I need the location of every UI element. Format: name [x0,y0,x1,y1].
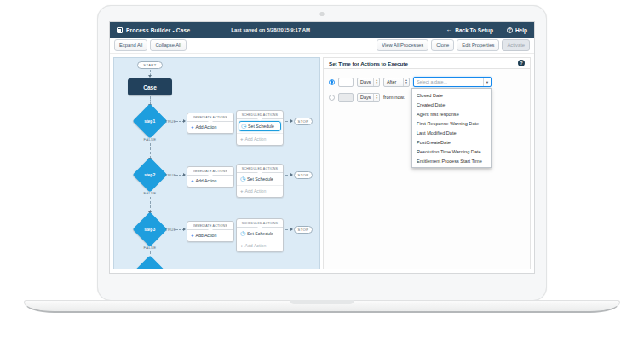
webcam-icon [320,12,325,16]
panel-help-icon[interactable]: ? [518,60,525,66]
true-label: TRUE [165,228,176,232]
select-arrows-icon: ▲▼ [403,78,409,86]
scheduled-actions-header: SCHEDULED ACTIONS [237,219,283,228]
connector [285,175,292,176]
clock-icon: ◷ [241,124,246,129]
toolbar: Expand All Collapse All View All Process… [110,38,534,54]
dropdown-option[interactable]: Closed Date [412,90,491,100]
dropdown-option[interactable]: Agent first response [412,109,491,118]
days-count-input[interactable] [338,78,354,87]
add-action-button-disabled[interactable]: + Add Action [237,133,283,145]
decision-node-next[interactable] [132,255,167,269]
edit-properties-button[interactable]: Edit Properties [457,39,499,51]
true-label: TRUE [165,119,176,124]
connector [175,121,185,122]
set-schedule-button[interactable]: ◷ Set Schedule [239,175,281,183]
clock-icon: ◷ [240,231,245,236]
activate-button[interactable]: Activate [502,39,530,51]
plus-icon: + [240,189,244,194]
decision-node-step3[interactable]: step3 [132,211,167,246]
main-area: START Case step1 TRUE IMMEDIATE ACTIONS [110,54,534,273]
help-icon: ? [507,27,513,33]
decision-node-step2[interactable]: step2 [132,157,167,192]
direction-select[interactable]: After ▲▼ [383,78,410,87]
false-label: FALSE [144,246,157,250]
unit-select-2[interactable]: Days ▲▼ [357,93,380,102]
scheduled-actions-header: SCHEDULED ACTIONS [237,111,283,119]
decision-node-step1[interactable]: step1 [132,103,167,138]
dropdown-option[interactable]: Created Date [412,100,491,109]
arrowhead-icon [290,228,293,231]
clone-button[interactable]: Clone [431,39,454,51]
plus-icon: + [191,234,194,238]
date-field-dropdown: Closed Date Created Date Agent first res… [411,88,492,168]
stop-node: STOP [294,226,313,234]
connector [175,229,185,230]
schedule-panel: Set Time for Actions to Execute ? Days ▲… [323,57,531,269]
add-action-button-disabled[interactable]: + Add Action [237,185,283,197]
connector [150,143,151,159]
true-label: TRUE [165,173,176,177]
laptop-base [24,300,620,313]
dropdown-option[interactable]: PostCreateDate [412,137,491,147]
scheduled-actions-header: SCHEDULED ACTIONS [237,165,283,173]
days-count-input-disabled[interactable] [338,93,354,102]
collapse-all-button[interactable]: Collapse All [150,39,186,51]
immediate-actions-group: IMMEDIATE ACTIONS + Add Action [187,166,234,188]
app-title: Process Builder - Case [126,27,190,33]
plus-icon: + [240,137,244,142]
panel-body: Days ▲▼ After ▲▼ Select a date... ▼ [324,69,530,115]
back-to-setup-link[interactable]: ← Back To Setup [446,27,493,33]
arrowhead-icon [183,228,186,231]
unit-select[interactable]: Days ▲▼ [357,78,380,87]
radio-from-now[interactable] [329,95,335,101]
caret-down-icon: ▼ [483,78,491,86]
view-all-processes-button[interactable]: View All Processes [377,39,428,51]
connector [150,197,151,212]
connector [285,229,292,230]
app-header: Process Builder - Case Last saved on 5/2… [110,22,534,38]
process-builder-icon [117,27,123,33]
panel-title: Set Time for Actions to Execute [329,61,408,66]
set-schedule-button[interactable]: ◷ Set Schedule [239,229,281,238]
date-field-combobox[interactable]: Select a date... ▼ [413,77,492,87]
stop-node: STOP [294,171,313,179]
scheduled-actions-group: SCHEDULED ACTIONS ◷ Set Schedule + Add A… [236,110,284,146]
scheduled-actions-group: SCHEDULED ACTIONS ◷ Set Schedule + Add A… [236,218,284,252]
immediate-actions-group: IMMEDIATE ACTIONS + Add Action [187,221,234,242]
dropdown-option[interactable]: Last Modified Date [412,128,491,137]
dropdown-option[interactable]: First Response Warning Date [412,118,491,128]
arrowhead-icon [183,173,186,176]
expand-all-button[interactable]: Expand All [114,39,147,51]
dropdown-option[interactable]: Entitlement Process Start Time [412,156,491,165]
plus-icon: + [191,125,194,130]
add-action-button-disabled[interactable]: + Add Action [237,240,283,251]
panel-header: Set Time for Actions to Execute ? [324,58,530,69]
select-arrows-icon: ▲▼ [373,94,379,101]
immediate-actions-header: IMMEDIATE ACTIONS [187,167,233,176]
arrowhead-icon [290,173,293,176]
arrowhead-icon [148,75,152,78]
radio-after-date[interactable] [329,79,335,85]
plus-icon: + [191,179,194,183]
immediate-actions-group: IMMEDIATE ACTIONS + Add Action [187,113,234,134]
trigger-object-node[interactable]: Case [128,78,172,95]
app-screen: Process Builder - Case Last saved on 5/2… [109,21,535,274]
connector [175,175,185,176]
false-label: FALSE [144,137,157,142]
arrowhead-icon [290,119,293,123]
set-schedule-button[interactable]: ◷ Set Schedule [239,121,281,131]
flow-canvas[interactable]: START Case step1 TRUE IMMEDIATE ACTIONS [113,57,320,269]
plus-icon: + [240,244,244,248]
laptop-bezel: Process Builder - Case Last saved on 5/2… [97,5,547,301]
immediate-actions-header: IMMEDIATE ACTIONS [187,222,233,230]
select-arrows-icon: ▲▼ [373,78,379,86]
start-node: START [137,61,163,69]
clock-icon: ◷ [240,176,245,182]
dropdown-option[interactable]: Resolution Time Warning Date [412,147,491,156]
scheduled-actions-group: SCHEDULED ACTIONS ◷ Set Schedule + Add A… [236,164,284,198]
help-link[interactable]: ? Help [507,27,527,33]
laptop-notch [290,300,354,304]
arrowhead-icon [183,119,186,123]
stop-node: STOP [294,118,313,125]
